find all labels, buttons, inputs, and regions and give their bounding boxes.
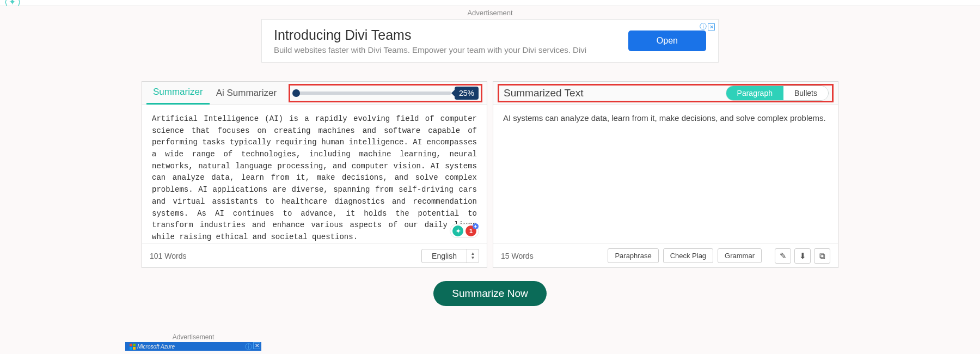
copy-icon[interactable]: ⧉ bbox=[814, 248, 830, 264]
output-action-icons: ✎ ⬇ ⧉ bbox=[775, 248, 830, 264]
hint-badge-icon[interactable]: ✦ bbox=[452, 225, 463, 236]
length-slider-container: 25% bbox=[289, 84, 482, 102]
ad-bottom-close[interactable]: ⓘ ✕ bbox=[245, 342, 260, 352]
tab-ai-summarizer[interactable]: Ai Summarizer bbox=[210, 82, 283, 105]
ad-label-top: Advertisement bbox=[0, 9, 980, 17]
site-logo[interactable]: ⟨ ✦ ⟩ bbox=[4, 0, 32, 4]
language-select[interactable]: English ▲▼ bbox=[421, 249, 479, 263]
microsoft-logo-icon bbox=[130, 344, 136, 350]
ad-close-icon[interactable]: ✕ bbox=[708, 23, 715, 30]
input-panel-header: Summarizer Ai Summarizer 25% bbox=[142, 82, 487, 105]
output-word-count: 15 Words bbox=[501, 252, 534, 260]
output-header-highlight: Summarized Text Paragraph Bullets bbox=[498, 84, 834, 102]
paraphrase-button[interactable]: Paraphrase bbox=[608, 248, 658, 263]
summarize-now-button[interactable]: Summarize Now bbox=[433, 281, 546, 306]
ad-text: Introducing Divi Teams Build websites fa… bbox=[274, 27, 586, 54]
top-bar: ⟨ ✦ ⟩ bbox=[0, 0, 980, 5]
badge-plus-icon: + bbox=[473, 223, 479, 229]
language-select-arrows-icon[interactable]: ▲▼ bbox=[467, 249, 479, 263]
toggle-paragraph[interactable]: Paragraph bbox=[726, 86, 783, 100]
edit-icon[interactable]: ✎ bbox=[775, 248, 791, 264]
output-panel-header: Summarized Text Paragraph Bullets bbox=[493, 82, 838, 105]
input-word-count: 101 Words bbox=[150, 252, 186, 260]
output-panel: Summarized Text Paragraph Bullets AI sys… bbox=[493, 81, 838, 268]
ad-banner-bottom[interactable]: Advertisement Microsoft Azure ⓘ ✕ bbox=[125, 330, 261, 351]
ad-bottom-close-icon[interactable]: ✕ bbox=[253, 342, 260, 349]
language-select-value: English bbox=[422, 249, 467, 263]
ad-info-icon[interactable]: ⓘ bbox=[700, 22, 707, 32]
floating-badges[interactable]: ✦ 1 + bbox=[450, 224, 479, 238]
output-panel-body: AI systems can analyze data, learn from … bbox=[493, 105, 838, 243]
main-panels: Summarizer Ai Summarizer 25% Artificial … bbox=[142, 81, 838, 268]
ad-subtitle: Build websites faster with Divi Teams. E… bbox=[274, 45, 586, 54]
ad-title: Introducing Divi Teams bbox=[274, 27, 586, 43]
output-panel-footer: 15 Words Paraphrase Check Plag Grammar ✎… bbox=[493, 243, 838, 267]
toggle-bullets[interactable]: Bullets bbox=[783, 86, 828, 100]
length-slider[interactable] bbox=[295, 91, 451, 95]
ad-label-bottom: Advertisement bbox=[125, 333, 261, 341]
source-text[interactable]: Artificial Intelligence (AI) is a rapidl… bbox=[152, 113, 477, 243]
slider-thumb[interactable] bbox=[292, 89, 300, 97]
input-panel-body[interactable]: Artificial Intelligence (AI) is a rapidl… bbox=[142, 105, 487, 243]
output-format-toggle[interactable]: Paragraph Bullets bbox=[726, 86, 829, 101]
check-plag-button[interactable]: Check Plag bbox=[663, 248, 713, 263]
input-panel-footer: 101 Words English ▲▼ bbox=[142, 243, 487, 267]
input-panel: Summarizer Ai Summarizer 25% Artificial … bbox=[142, 81, 487, 268]
ad-close-controls[interactable]: ⓘ ✕ bbox=[700, 22, 715, 32]
ad-bottom-bar[interactable]: Microsoft Azure ⓘ ✕ bbox=[125, 342, 261, 351]
error-badge-icon[interactable]: 1 + bbox=[465, 225, 476, 236]
grammar-button[interactable]: Grammar bbox=[718, 248, 762, 263]
slider-value-badge: 25% bbox=[455, 87, 479, 100]
summary-text: AI systems can analyze data, learn from … bbox=[503, 113, 828, 123]
output-title: Summarized Text bbox=[504, 87, 583, 99]
ad-bottom-info-icon[interactable]: ⓘ bbox=[245, 342, 252, 352]
download-icon[interactable]: ⬇ bbox=[794, 248, 811, 264]
ad-banner-top[interactable]: Introducing Divi Teams Build websites fa… bbox=[261, 19, 719, 63]
ad-bottom-brand: Microsoft Azure bbox=[130, 344, 175, 350]
tab-summarizer[interactable]: Summarizer bbox=[146, 82, 210, 105]
ad-open-button[interactable]: Open bbox=[628, 30, 706, 51]
